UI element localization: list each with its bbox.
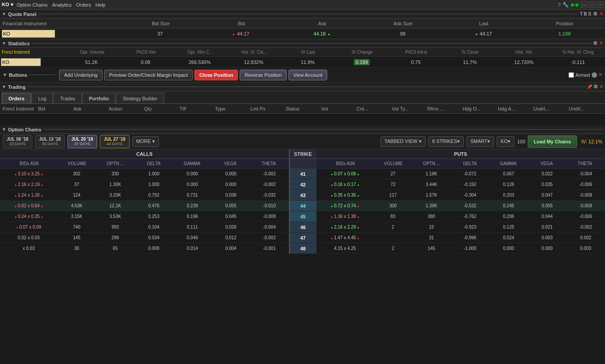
gear-icon[interactable]: ⚙: [593, 11, 597, 17]
calls-row-0[interactable]: ● 3.10 x 3.25 ● 302 330 1.000 0.000 0.00…: [0, 169, 289, 179]
gear-icon[interactable]: ⚙: [593, 40, 597, 46]
trading-gear-icon[interactable]: ⚙: [593, 84, 598, 90]
minimize-button[interactable]: —: [581, 2, 587, 8]
statistics-section: ▼ Statistics ⚙ ✕ Fnncl Instrmnt Opt. Vol…: [0, 39, 605, 67]
header-line: [29, 75, 55, 75]
last-dot: ●: [475, 32, 478, 36]
calls-ch-gamma: GAMMA: [173, 161, 211, 166]
ask-value: 44.18 ●: [281, 31, 362, 36]
date-tab-jul13[interactable]: JUL 13 '18 30 DAYS: [35, 135, 65, 148]
date-tab-jul20[interactable]: JUL 20 '18 37 DAYS: [67, 135, 97, 148]
calls-row-5[interactable]: ● 0.07 x 0.09 740 993 0.104 0.111 0.026 …: [0, 222, 289, 233]
trading-close-icon[interactable]: ✕: [599, 84, 603, 90]
calls-row-4[interactable]: ● 0.24 x 0.25 ● 3.15K 3.53K 0.253 0.196 …: [0, 211, 289, 222]
instrument-input[interactable]: [2, 30, 55, 38]
more-button[interactable]: MORE ▾: [132, 136, 159, 147]
menu-analytics[interactable]: Analytics: [52, 2, 71, 8]
armed-icon-circle[interactable]: [592, 72, 597, 78]
collapse-arrow[interactable]: ▼: [2, 12, 6, 16]
strike-row-7[interactable]: 48: [290, 243, 316, 254]
tbs-icon: T B S: [580, 12, 591, 16]
stats-ivclose: 11.7%: [443, 59, 497, 65]
puts-optn-2: 1.57K: [412, 193, 451, 198]
puts-row-6[interactable]: ● 1.47 x 4.45 ● 31 -0.996 0.024 0.003 0.…: [316, 233, 605, 243]
strike-row-0[interactable]: 41: [290, 169, 316, 179]
calls-row-1[interactable]: ● 2.16 x 2.19 ● 37 1.30K 1.000 0.000 0.0…: [0, 179, 289, 190]
tab-orders[interactable]: Orders: [2, 93, 31, 103]
menu-help[interactable]: Help: [95, 2, 106, 8]
puts-row-4[interactable]: ● 1.36 x 1.38 ● 83 380 -0.762 0.206 0.04…: [316, 211, 605, 222]
smart-dropdown[interactable]: SMART▾: [467, 136, 494, 147]
puts-delta-1: -0.150: [451, 182, 490, 187]
armed-checkbox[interactable]: [569, 72, 574, 78]
date-tab-jul06[interactable]: JUL 06 '18 23 DAYS: [3, 135, 32, 148]
puts-theta-4: -0.006: [566, 214, 605, 219]
calls-vega-2: 0.038: [212, 193, 250, 198]
puts-row-1[interactable]: ● 0.16 x 0.17 ● 72 3.44K -0.150 0.126 0.…: [316, 179, 605, 190]
maximize-button[interactable]: □: [589, 2, 595, 8]
trading-pin-icon[interactable]: 📌: [587, 84, 592, 89]
instrument-field[interactable]: [0, 30, 119, 38]
stats-instrument-field[interactable]: [0, 58, 64, 66]
ko-dropdown[interactable]: KO▾: [497, 136, 514, 147]
close-position-button[interactable]: Close Position: [194, 70, 238, 80]
tab-trades[interactable]: Trades: [53, 93, 82, 103]
calls-row-3[interactable]: ● 0.62 x 0.64 ● 4.53K 12.1K 0.476 0.239 …: [0, 201, 289, 211]
puts-gamma-0: 0.067: [489, 171, 528, 176]
stats-ivlast: 11.9%: [281, 59, 335, 65]
calls-optn-1: 1.30K: [96, 182, 134, 187]
quote-panel-column-headers: Financial Instrument Bid Size Bid Ask As…: [0, 19, 605, 28]
strike-row-6[interactable]: 47: [290, 233, 316, 243]
strike-row-4[interactable]: 45: [290, 211, 316, 222]
collapse-arrow[interactable]: ▼: [2, 84, 6, 89]
calls-volume-3: 4.53K: [57, 203, 96, 208]
collapse-arrow[interactable]: ▼: [2, 41, 6, 46]
tab-strategy-builder[interactable]: Strategy Builder: [116, 93, 164, 103]
puts-bidask-3: ● 0.72 x 0.74 ●: [316, 203, 374, 208]
calls-gamma-6: 0.046: [173, 235, 212, 240]
puts-row-2[interactable]: ● 0.35 x 0.36 ● 117 1.57K -0.304 0.203 0…: [316, 190, 605, 201]
buttons-title: Buttons: [9, 72, 28, 78]
strike-row-1[interactable]: 42: [290, 179, 316, 190]
calls-header: CALLS: [0, 149, 289, 159]
puts-row-0[interactable]: ● 0.07 x 0.08 ● 27 1.18K -0.072 0.067 0.…: [316, 169, 605, 179]
armed-close-icon[interactable]: ✕: [598, 72, 602, 78]
strike-row-2[interactable]: 43: [290, 190, 316, 201]
calls-row-7[interactable]: x 0.03 30 65 0.008 0.014 0.004 -0.001: [0, 243, 289, 254]
calls-row-6[interactable]: 0.02 x 0.03 145 299 0.034 0.046 0.012 -0…: [0, 233, 289, 243]
tabbed-view-dropdown[interactable]: TABBED VIEW ▾: [380, 136, 425, 147]
menu-option-chains[interactable]: Option Chains: [17, 2, 48, 8]
tab-portfolio[interactable]: Portfolio: [82, 93, 115, 103]
quote-panel-header: ▼ Quote Panel T B S ⚙ ✕: [0, 10, 605, 19]
calls-delta-7: 0.008: [134, 246, 173, 251]
add-underlying-button[interactable]: Add Underlying: [59, 70, 102, 80]
tab-log[interactable]: Log: [32, 93, 53, 103]
date-tab-jul27[interactable]: JUL 27 '18 44 DAYS: [100, 135, 130, 148]
close-icon[interactable]: ✕: [599, 40, 603, 46]
stats-col-instrument: Fnncl Instrmnt: [0, 50, 65, 55]
calls-row-2[interactable]: ● 1.24 x 1.26 ● 124 3.20K 0.792 0.731 0.…: [0, 190, 289, 201]
stats-instrument-input[interactable]: [1, 58, 41, 66]
puts-row-5[interactable]: ● 2.16 x 2.29 ● 2 15 -0.923 0.125 0.021 …: [316, 222, 605, 233]
quote-panel-title: Quote Panel: [8, 12, 36, 17]
puts-row-3[interactable]: ● 0.72 x 0.74 ● 300 1.39K -0.532 0.245 0…: [316, 201, 605, 211]
strike-row-5[interactable]: 46: [290, 222, 316, 233]
help-icon[interactable]: ?: [558, 2, 561, 8]
load-chains-button[interactable]: Load My Chains: [528, 135, 577, 148]
strike-row-3[interactable]: 44: [290, 201, 316, 211]
trading-header-controls: 📌 ⚙ ✕: [587, 84, 603, 90]
bid-number: 44.17: [237, 31, 249, 36]
collapse-arrow[interactable]: ▼: [3, 72, 7, 77]
view-account-button[interactable]: View Account: [289, 70, 328, 80]
close-icon[interactable]: ✕: [599, 11, 603, 17]
settings-icon[interactable]: 🔧: [562, 2, 569, 8]
trading-body: [0, 114, 605, 125]
close-button[interactable]: ✕: [597, 2, 603, 8]
trading-tabs: Orders Log Trades Portfolio Strategy Bui…: [0, 91, 605, 104]
preview-order-button[interactable]: Preview Order/Check Margin Impact: [104, 70, 193, 80]
collapse-arrow[interactable]: ▼: [2, 127, 6, 132]
menu-orders[interactable]: Orders: [76, 2, 91, 8]
reverse-position-button[interactable]: Reverse Position: [240, 70, 286, 80]
puts-row-7[interactable]: 4.15 x 4.25 2 145 -1.000 0.000 0.000 0.0…: [316, 243, 605, 254]
strikes-dropdown[interactable]: 8 STRIKES▾: [428, 136, 464, 147]
